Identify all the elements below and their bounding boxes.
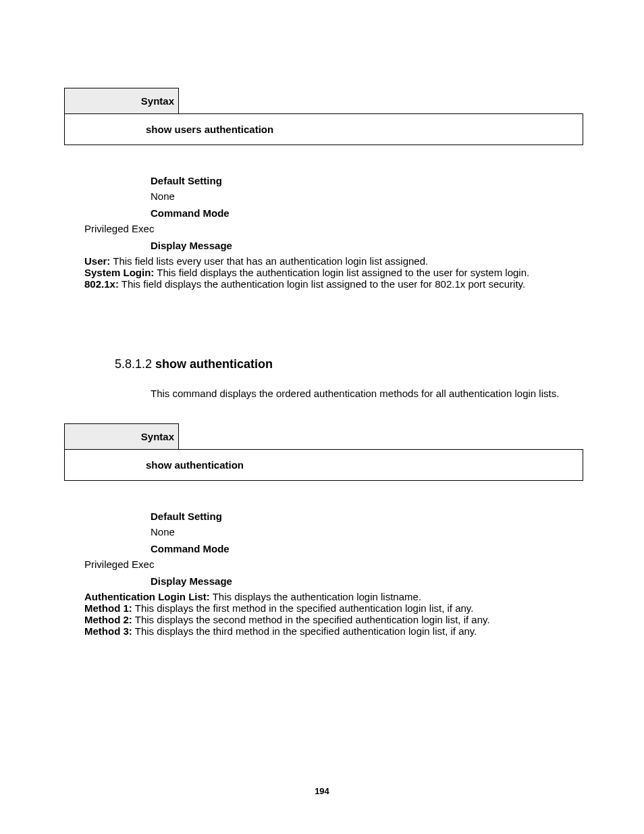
field-system-login-name: System Login:	[84, 267, 154, 278]
field-system-login-desc: This field displays the authentication l…	[154, 267, 529, 278]
field-method-1-desc: This displays the first method in the sp…	[132, 602, 474, 614]
syntax-label-box-2: Syntax	[64, 423, 179, 449]
field-method-3-name: Method 3:	[84, 625, 132, 637]
field-method-1-name: Method 1:	[84, 602, 132, 614]
default-setting-label: Default Setting	[151, 175, 583, 186]
default-setting-value-2: None	[151, 526, 583, 538]
display-message-label-2: Display Message	[151, 575, 583, 587]
command-mode-value-2: Privileged Exec	[84, 558, 583, 570]
field-auth-login-list-desc: This displays the authentication login l…	[210, 591, 421, 602]
field-8021x-desc: This field displays the authentication l…	[119, 278, 525, 290]
field-method-2: Method 2: This displays the second metho…	[84, 614, 583, 625]
default-setting-value: None	[151, 190, 583, 202]
section-heading: 5.8.1.2 show authentication	[115, 357, 583, 371]
field-method-2-desc: This displays the second method in the s…	[132, 614, 490, 625]
field-user-name: User:	[84, 255, 110, 267]
field-system-login: System Login: This field displays the au…	[84, 267, 583, 278]
section-title: show authentication	[155, 357, 273, 371]
command-mode-label: Command Mode	[151, 207, 583, 219]
display-message-label: Display Message	[151, 240, 583, 251]
field-method-3: Method 3: This displays the third method…	[84, 625, 583, 637]
syntax-label-box: Syntax	[64, 88, 179, 113]
command-mode-value: Privileged Exec	[84, 223, 583, 234]
field-user-desc: This field lists every user that has an …	[110, 255, 428, 267]
section-number: 5.8.1.2	[115, 357, 155, 371]
field-method-3-desc: This displays the third method in the sp…	[132, 625, 477, 637]
field-user: User: This field lists every user that h…	[84, 255, 583, 267]
field-auth-login-list: Authentication Login List: This displays…	[84, 591, 583, 602]
command-mode-label-2: Command Mode	[151, 543, 583, 554]
syntax-command-box: show users authentication	[64, 113, 583, 145]
page-number: 194	[0, 786, 644, 796]
field-8021x-name: 802.1x:	[84, 278, 119, 290]
section-description: This command displays the ordered authen…	[151, 388, 583, 399]
default-setting-label-2: Default Setting	[151, 511, 583, 522]
field-method-2-name: Method 2:	[84, 614, 132, 625]
field-method-1: Method 1: This displays the first method…	[84, 602, 583, 614]
field-8021x: 802.1x: This field displays the authenti…	[84, 278, 583, 290]
syntax-command-box-2: show authentication	[64, 449, 583, 481]
field-auth-login-list-name: Authentication Login List:	[84, 591, 210, 602]
